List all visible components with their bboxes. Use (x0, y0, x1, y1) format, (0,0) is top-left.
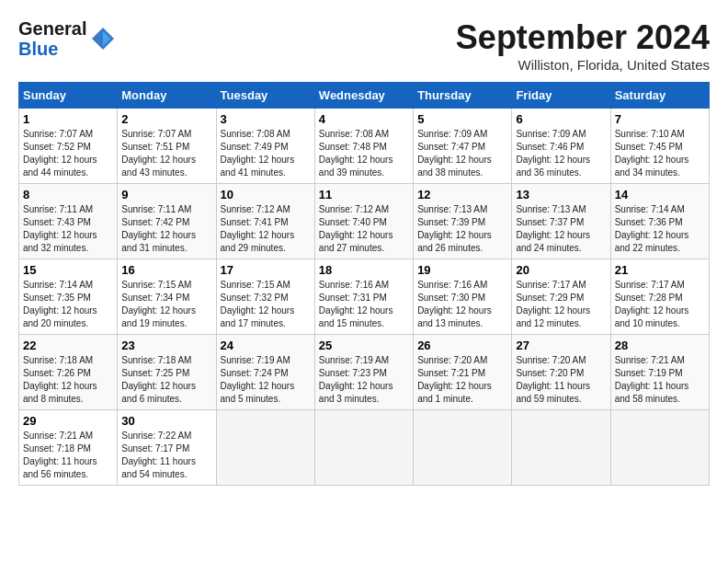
table-row: 8Sunrise: 7:11 AMSunset: 7:43 PMDaylight… (19, 184, 118, 259)
day-info: Sunrise: 7:22 AMSunset: 7:17 PMDaylight:… (121, 430, 211, 481)
day-number: 29 (23, 414, 113, 428)
table-row: 24Sunrise: 7:19 AMSunset: 7:24 PMDayligh… (216, 335, 314, 410)
col-tuesday: Tuesday (216, 83, 314, 109)
col-friday: Friday (512, 83, 610, 109)
title-area: September 2024 Williston, Florida, Unite… (456, 18, 710, 73)
logo-text-blue: Blue (18, 39, 86, 59)
table-row: 30Sunrise: 7:22 AMSunset: 7:17 PMDayligh… (118, 410, 216, 486)
table-row: 4Sunrise: 7:08 AMSunset: 7:48 PMDaylight… (314, 109, 413, 184)
day-info: Sunrise: 7:07 AMSunset: 7:51 PMDaylight:… (121, 128, 211, 179)
month-title: September 2024 (456, 18, 710, 57)
table-row: 11Sunrise: 7:12 AMSunset: 7:40 PMDayligh… (314, 184, 413, 259)
day-number: 24 (221, 339, 311, 352)
day-number: 13 (516, 188, 606, 201)
day-number: 21 (615, 263, 705, 277)
day-info: Sunrise: 7:14 AMSunset: 7:35 PMDaylight:… (23, 279, 113, 330)
day-info: Sunrise: 7:19 AMSunset: 7:24 PMDaylight:… (221, 354, 311, 406)
calendar-table: Sunday Monday Tuesday Wednesday Thursday… (18, 82, 710, 486)
calendar-row: 29Sunrise: 7:21 AMSunset: 7:18 PMDayligh… (19, 410, 710, 486)
calendar-row: 1Sunrise: 7:07 AMSunset: 7:52 PMDaylight… (19, 109, 710, 184)
day-number: 4 (319, 112, 409, 126)
logo-text-general: General (18, 18, 86, 39)
day-number: 12 (417, 188, 507, 201)
day-number: 17 (221, 263, 311, 277)
table-row: 6Sunrise: 7:09 AMSunset: 7:46 PMDaylight… (512, 109, 610, 184)
table-row: 3Sunrise: 7:08 AMSunset: 7:49 PMDaylight… (216, 109, 314, 184)
table-row: 29Sunrise: 7:21 AMSunset: 7:18 PMDayligh… (19, 410, 118, 486)
table-row: 26Sunrise: 7:20 AMSunset: 7:21 PMDayligh… (414, 335, 512, 410)
col-saturday: Saturday (610, 83, 709, 109)
table-row: 7Sunrise: 7:10 AMSunset: 7:45 PMDaylight… (610, 109, 709, 184)
table-row: 2Sunrise: 7:07 AMSunset: 7:51 PMDaylight… (118, 109, 216, 184)
table-row: 1Sunrise: 7:07 AMSunset: 7:52 PMDaylight… (19, 109, 118, 184)
location-title: Williston, Florida, United States (456, 57, 710, 73)
day-number: 5 (417, 112, 507, 126)
table-row: 16Sunrise: 7:15 AMSunset: 7:34 PMDayligh… (118, 259, 216, 335)
day-info: Sunrise: 7:12 AMSunset: 7:40 PMDaylight:… (319, 203, 409, 255)
day-number: 23 (121, 339, 211, 352)
day-info: Sunrise: 7:20 AMSunset: 7:21 PMDaylight:… (417, 354, 507, 406)
day-info: Sunrise: 7:13 AMSunset: 7:37 PMDaylight:… (516, 203, 606, 255)
day-info: Sunrise: 7:11 AMSunset: 7:42 PMDaylight:… (121, 203, 211, 255)
day-number: 6 (516, 112, 606, 126)
day-number: 11 (319, 188, 409, 201)
day-info: Sunrise: 7:19 AMSunset: 7:23 PMDaylight:… (319, 354, 409, 406)
table-row: 27Sunrise: 7:20 AMSunset: 7:20 PMDayligh… (512, 335, 610, 410)
day-number: 14 (615, 188, 705, 201)
table-row: 13Sunrise: 7:13 AMSunset: 7:37 PMDayligh… (512, 184, 610, 259)
day-number: 7 (615, 112, 705, 126)
table-row: 14Sunrise: 7:14 AMSunset: 7:36 PMDayligh… (610, 184, 709, 259)
day-info: Sunrise: 7:15 AMSunset: 7:34 PMDaylight:… (121, 279, 211, 330)
day-info: Sunrise: 7:15 AMSunset: 7:32 PMDaylight:… (221, 279, 311, 330)
day-info: Sunrise: 7:08 AMSunset: 7:48 PMDaylight:… (319, 128, 409, 179)
day-number: 22 (23, 339, 113, 352)
table-row: 5Sunrise: 7:09 AMSunset: 7:47 PMDaylight… (414, 109, 512, 184)
day-info: Sunrise: 7:17 AMSunset: 7:28 PMDaylight:… (615, 279, 705, 330)
day-info: Sunrise: 7:17 AMSunset: 7:29 PMDaylight:… (516, 279, 606, 330)
table-row (314, 410, 413, 486)
day-number: 18 (319, 263, 409, 277)
day-info: Sunrise: 7:18 AMSunset: 7:26 PMDaylight:… (23, 354, 113, 406)
day-info: Sunrise: 7:09 AMSunset: 7:47 PMDaylight:… (417, 128, 507, 179)
day-number: 16 (121, 263, 211, 277)
table-row: 21Sunrise: 7:17 AMSunset: 7:28 PMDayligh… (610, 259, 709, 335)
day-info: Sunrise: 7:14 AMSunset: 7:36 PMDaylight:… (615, 203, 705, 255)
day-info: Sunrise: 7:12 AMSunset: 7:41 PMDaylight:… (221, 203, 311, 255)
day-info: Sunrise: 7:16 AMSunset: 7:31 PMDaylight:… (319, 279, 409, 330)
day-info: Sunrise: 7:10 AMSunset: 7:45 PMDaylight:… (615, 128, 705, 179)
table-row: 20Sunrise: 7:17 AMSunset: 7:29 PMDayligh… (512, 259, 610, 335)
table-row: 19Sunrise: 7:16 AMSunset: 7:30 PMDayligh… (414, 259, 512, 335)
table-row: 18Sunrise: 7:16 AMSunset: 7:31 PMDayligh… (314, 259, 413, 335)
day-number: 15 (23, 263, 113, 277)
day-info: Sunrise: 7:18 AMSunset: 7:25 PMDaylight:… (121, 354, 211, 406)
table-row: 17Sunrise: 7:15 AMSunset: 7:32 PMDayligh… (216, 259, 314, 335)
table-row (610, 410, 709, 486)
table-row: 22Sunrise: 7:18 AMSunset: 7:26 PMDayligh… (19, 335, 118, 410)
day-number: 28 (615, 339, 705, 352)
day-number: 25 (319, 339, 409, 352)
col-sunday: Sunday (19, 83, 118, 109)
table-row (414, 410, 512, 486)
day-number: 27 (516, 339, 606, 352)
col-thursday: Thursday (414, 83, 512, 109)
calendar-row: 22Sunrise: 7:18 AMSunset: 7:26 PMDayligh… (19, 335, 710, 410)
logo: General Blue (18, 18, 116, 59)
day-number: 19 (417, 263, 507, 277)
day-number: 3 (221, 112, 311, 126)
logo-icon (90, 26, 116, 52)
day-info: Sunrise: 7:16 AMSunset: 7:30 PMDaylight:… (417, 279, 507, 330)
day-number: 8 (23, 188, 113, 201)
day-info: Sunrise: 7:21 AMSunset: 7:18 PMDaylight:… (23, 430, 113, 481)
day-number: 2 (121, 112, 211, 126)
table-row: 23Sunrise: 7:18 AMSunset: 7:25 PMDayligh… (118, 335, 216, 410)
header: General Blue September 2024 Williston, F… (18, 18, 710, 73)
header-row: Sunday Monday Tuesday Wednesday Thursday… (19, 83, 710, 109)
day-number: 10 (221, 188, 311, 201)
table-row (512, 410, 610, 486)
calendar-row: 8Sunrise: 7:11 AMSunset: 7:43 PMDaylight… (19, 184, 710, 259)
calendar-row: 15Sunrise: 7:14 AMSunset: 7:35 PMDayligh… (19, 259, 710, 335)
table-row: 10Sunrise: 7:12 AMSunset: 7:41 PMDayligh… (216, 184, 314, 259)
day-number: 30 (121, 414, 211, 428)
day-info: Sunrise: 7:20 AMSunset: 7:20 PMDaylight:… (516, 354, 606, 406)
table-row: 15Sunrise: 7:14 AMSunset: 7:35 PMDayligh… (19, 259, 118, 335)
